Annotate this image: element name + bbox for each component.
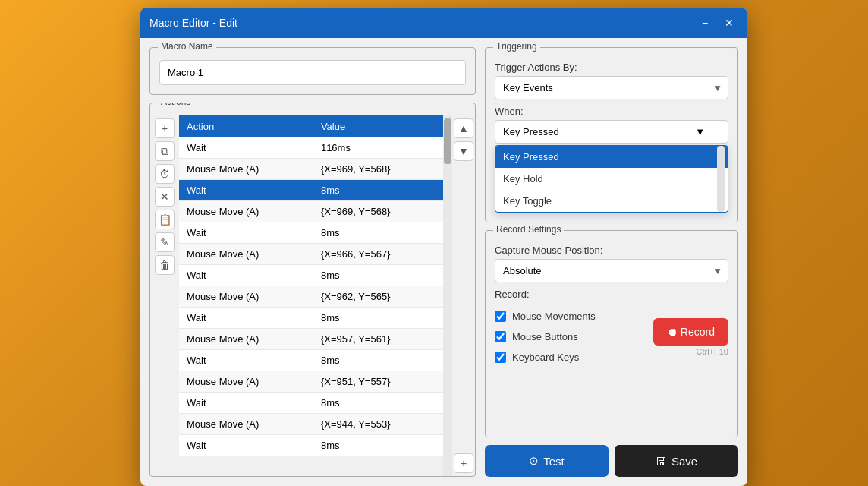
edit-action-button[interactable]: ✎ [155, 232, 175, 252]
when-select-value: Key Pressed [503, 126, 559, 137]
table-row[interactable]: Wait8ms [179, 308, 443, 329]
window-title: Macro Editor - Edit [149, 17, 237, 29]
cancel-action-button[interactable]: ✕ [155, 187, 175, 207]
titlebar-controls: − ✕ [696, 14, 738, 32]
action-toolbar: + ⧉ ⏱ ✕ 📋 ✎ 🗑 [150, 115, 179, 476]
table-row[interactable]: Mouse Move (A){X=966, Y=567} [179, 244, 443, 265]
table-container: + ⧉ ⏱ ✕ 📋 ✎ 🗑 Action V [150, 115, 475, 476]
record-settings-legend: Record Settings [493, 224, 564, 235]
table-row[interactable]: Wait8ms [179, 393, 443, 414]
table-cell-action: Wait [179, 393, 313, 414]
add-bottom-button[interactable]: + [454, 453, 473, 473]
move-down-button[interactable]: ▼ [454, 141, 473, 161]
table-cell-action: Wait [179, 435, 313, 456]
column-header-action: Action [179, 115, 313, 137]
record-row: Mouse Movements Mouse Buttons Keyboard K… [495, 306, 728, 368]
table-row[interactable]: Mouse Move (A){X=969, Y=568} [179, 201, 443, 222]
checkbox-row-mouse-buttons: Mouse Buttons [495, 331, 596, 342]
table-cell-value: {X=966, Y=567} [313, 244, 443, 265]
move-up-button[interactable]: ▲ [454, 118, 473, 138]
table-row[interactable]: Wait8ms [179, 180, 443, 201]
table-row[interactable]: Wait116ms [179, 137, 443, 159]
record-button[interactable]: ⏺ Record [653, 318, 728, 346]
table-cell-action: Mouse Move (A) [179, 201, 313, 222]
actions-fieldset: Actions + ⧉ ⏱ ✕ 📋 ✎ 🗑 [149, 103, 476, 477]
triggering-legend: Triggering [493, 41, 540, 52]
macro-name-input[interactable] [159, 60, 466, 85]
table-scrollbar[interactable] [443, 115, 452, 476]
table-row[interactable]: Wait8ms [179, 435, 443, 456]
table-cell-action: Wait [179, 137, 313, 159]
close-button[interactable]: ✕ [720, 14, 738, 32]
table-cell-action: Mouse Move (A) [179, 286, 313, 308]
table-row[interactable]: Mouse Move (A){X=969, Y=568} [179, 159, 443, 180]
dropdown-item-key-hold[interactable]: Key Hold [495, 168, 728, 190]
checkbox-mouse-buttons[interactable] [495, 331, 506, 342]
test-button[interactable]: ⊙ Test [485, 445, 609, 477]
clock-action-button[interactable]: ⏱ [155, 164, 175, 184]
window-body: Macro Name Actions + ⧉ ⏱ ✕ 📋 ✎ 🗑 [140, 38, 747, 486]
when-label: When: [495, 106, 728, 117]
actions-table: Action Value Wait116msMouse Move (A){X=9… [179, 115, 443, 456]
save-label: Save [671, 455, 697, 468]
table-cell-action: Wait [179, 350, 313, 371]
table-row[interactable]: Wait8ms [179, 265, 443, 286]
table-cell-value: 8ms [313, 350, 443, 371]
table-cell-value: {X=969, Y=568} [313, 201, 443, 222]
table-cell-value: 116ms [313, 137, 443, 159]
table-row[interactable]: Mouse Move (A){X=951, Y=557} [179, 371, 443, 393]
trigger-select-wrap: Key Events ▼ [495, 76, 728, 99]
table-cell-action: Mouse Move (A) [179, 414, 313, 435]
add-action-button[interactable]: + [155, 118, 175, 138]
table-cell-value: {X=951, Y=557} [313, 371, 443, 393]
record-label: Record: [495, 289, 728, 300]
trigger-select[interactable]: Key Events [495, 76, 728, 99]
table-row[interactable]: Wait8ms [179, 222, 443, 244]
save-button[interactable]: 🖫 Save [615, 445, 738, 477]
table-cell-action: Mouse Move (A) [179, 244, 313, 265]
record-btn-label: Record [681, 326, 715, 338]
table-cell-value: 8ms [313, 222, 443, 244]
table-cell-action: Wait [179, 180, 313, 201]
capture-select-wrap: Absolute ▼ [495, 259, 728, 282]
table-cell-value: 8ms [313, 435, 443, 456]
dropdown-item-key-pressed[interactable]: Key Pressed [495, 146, 728, 168]
macro-name-fieldset: Macro Name [149, 47, 476, 95]
table-row[interactable]: Mouse Move (A){X=957, Y=561} [179, 329, 443, 350]
right-panel: Triggering Trigger Actions By: Key Event… [485, 47, 738, 477]
copy-action-button[interactable]: ⧉ [155, 141, 175, 161]
paste-action-button[interactable]: 📋 [155, 210, 175, 229]
record-icon: ⏺ Record [667, 326, 715, 338]
table-cell-value: {X=957, Y=561} [313, 329, 443, 350]
table-cell-action: Mouse Move (A) [179, 329, 313, 350]
checkbox-row-mouse-movements: Mouse Movements [495, 311, 596, 322]
table-cell-action: Wait [179, 265, 313, 286]
record-btn-wrap: ⏺ Record Ctrl+F10 [653, 318, 728, 356]
capture-label: Capture Mouse Position: [495, 245, 728, 256]
minimize-button[interactable]: − [696, 14, 714, 32]
checkbox-keyboard-keys[interactable] [495, 352, 506, 363]
checkbox-label-mouse-buttons: Mouse Buttons [512, 331, 578, 342]
actions-legend: Actions [158, 103, 193, 107]
macro-editor-window: Macro Editor - Edit − ✕ Macro Name Actio… [140, 8, 747, 486]
table-cell-value: {X=962, Y=565} [313, 286, 443, 308]
capture-select[interactable]: Absolute [495, 259, 728, 282]
test-icon: ⊙ [529, 454, 539, 468]
test-label: Test [543, 455, 565, 468]
dropdown-item-key-toggle[interactable]: Key Toggle [495, 190, 728, 212]
titlebar: Macro Editor - Edit − ✕ [140, 8, 747, 38]
save-icon: 🖫 [656, 455, 667, 468]
table-cell-value: {X=944, Y=553} [313, 414, 443, 435]
table-row[interactable]: Wait8ms [179, 350, 443, 371]
table-cell-action: Wait [179, 222, 313, 244]
when-select-display[interactable]: Key Pressed ▼ [495, 120, 728, 144]
table-row[interactable]: Mouse Move (A){X=962, Y=565} [179, 286, 443, 308]
table-row[interactable]: Mouse Move (A){X=944, Y=553} [179, 414, 443, 435]
delete-action-button[interactable]: 🗑 [155, 255, 175, 275]
checkbox-mouse-movements[interactable] [495, 311, 506, 322]
when-dropdown: Key Pressed Key Hold Key Toggle [495, 145, 728, 213]
checkbox-label-mouse-movements: Mouse Movements [512, 311, 596, 322]
record-settings-fieldset: Record Settings Capture Mouse Position: … [485, 230, 738, 437]
actions-table-wrap[interactable]: Action Value Wait116msMouse Move (A){X=9… [179, 115, 443, 476]
trigger-actions-label: Trigger Actions By: [495, 62, 728, 73]
